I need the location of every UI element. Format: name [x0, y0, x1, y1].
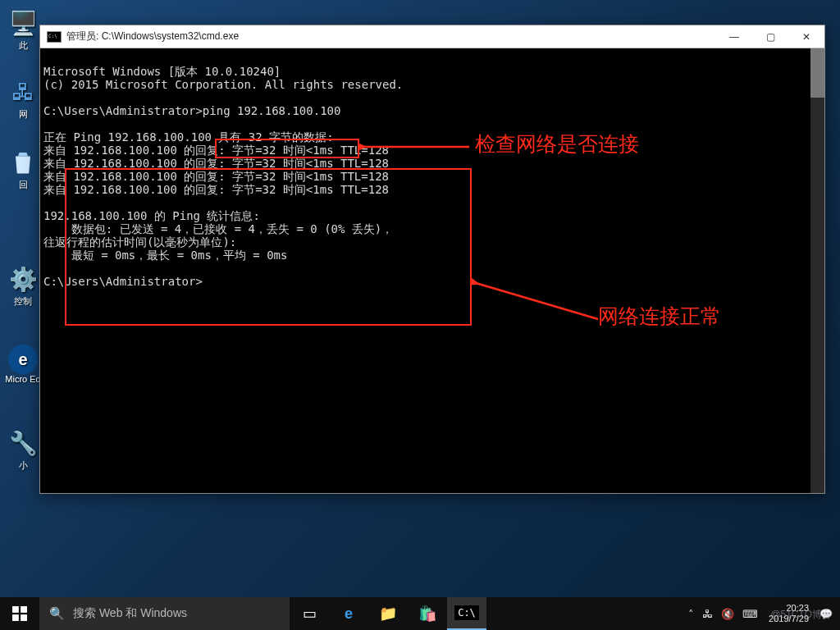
arrow-icon — [358, 139, 473, 155]
desktop-icon-network[interactable]: 🖧 网 — [5, 75, 41, 121]
desktop-icon-this-pc[interactable]: 🖥️ 此 — [5, 7, 41, 52]
terminal-line: (c) 2015 Microsoft Corporation. All righ… — [43, 78, 403, 91]
ime-icon: ⌨ — [742, 608, 758, 620]
terminal-line: Microsoft Windows [版本 10.0.10240] — [43, 65, 281, 78]
annotation-box-output — [65, 168, 472, 326]
svg-line-1 — [476, 283, 598, 319]
cmd-client-area: Microsoft Windows [版本 10.0.10240] (c) 20… — [40, 48, 824, 493]
edge-icon: e — [8, 345, 38, 374]
terminal-output[interactable]: Microsoft Windows [版本 10.0.10240] (c) 20… — [40, 48, 810, 493]
network-icon: 🖧 — [7, 75, 39, 108]
desktop-icon-tool[interactable]: 🔧 小 — [5, 427, 41, 472]
volume-icon: 🔇 — [721, 608, 734, 620]
annotation-text-check: 检查网络是否连接 — [475, 137, 639, 150]
cmd-icon: C:\ — [454, 605, 479, 620]
taskbar: 🔍 搜索 Web 和 Windows ▭ e 📁 🛍️ C:\ ˄ 🖧 🔇 ⌨ … — [0, 597, 840, 630]
taskbar-edge[interactable]: e — [329, 597, 368, 630]
watermark: @51CTO博客 — [770, 608, 832, 622]
task-view-icon: ▭ — [303, 605, 317, 623]
edge-icon: e — [345, 605, 353, 623]
window-title: 管理员: C:\Windows\system32\cmd.exe — [66, 30, 716, 43]
taskbar-spacer — [486, 597, 684, 630]
search-box[interactable]: 🔍 搜索 Web 和 Windows — [39, 597, 290, 630]
scrollbar-thumb[interactable] — [810, 48, 824, 98]
task-view-button[interactable]: ▭ — [290, 597, 329, 630]
control-panel-icon: ⚙️ — [7, 262, 39, 295]
arrow-icon — [471, 278, 602, 323]
network-tray-icon: 🖧 — [702, 608, 713, 620]
maximize-button[interactable]: ▢ — [752, 25, 788, 48]
icon-label: 小 — [19, 459, 28, 472]
window-buttons: — ▢ ✕ — [716, 25, 824, 48]
svg-rect-4 — [12, 614, 19, 621]
desktop-icon-control-panel[interactable]: ⚙️ 控制 — [5, 262, 41, 308]
annotation-text-ok: 网络连接正常 — [598, 309, 721, 322]
start-button[interactable] — [0, 597, 39, 630]
taskbar-cmd[interactable]: C:\ — [447, 597, 486, 630]
tray-ime[interactable]: ⌨ — [738, 597, 762, 630]
cmd-icon — [47, 31, 62, 43]
svg-rect-5 — [21, 614, 27, 621]
title-bar[interactable]: 管理员: C:\Windows\system32\cmd.exe — ▢ ✕ — [40, 25, 824, 48]
search-placeholder: 搜索 Web 和 Windows — [73, 606, 187, 621]
tool-icon: 🔧 — [7, 427, 39, 459]
computer-icon: 🖥️ — [7, 7, 39, 39]
icon-label: 此 — [19, 39, 28, 52]
svg-rect-2 — [12, 606, 19, 613]
annotation-box-command — [215, 139, 359, 158]
tray-chevron-up[interactable]: ˄ — [684, 597, 698, 630]
taskbar-pinned: ▭ e 📁 🛍️ C:\ — [290, 597, 486, 630]
store-icon: 🛍️ — [418, 605, 436, 623]
taskbar-explorer[interactable]: 📁 — [368, 597, 408, 630]
folder-icon: 📁 — [379, 605, 397, 623]
scrollbar[interactable] — [810, 48, 824, 493]
tray-volume[interactable]: 🔇 — [717, 597, 738, 630]
windows-logo-icon — [12, 606, 27, 621]
icon-label: 控制 — [14, 295, 32, 308]
cmd-window: 管理员: C:\Windows\system32\cmd.exe — ▢ ✕ M… — [39, 25, 825, 494]
tray-network[interactable]: 🖧 — [698, 597, 717, 630]
icon-label: 回 — [19, 179, 28, 191]
svg-rect-3 — [21, 606, 27, 613]
close-button[interactable]: ✕ — [788, 25, 824, 48]
terminal-prompt: C:\Users\Administrator>ping 192.168.100.… — [43, 104, 340, 117]
icon-label: Micro Ed — [5, 374, 40, 384]
recycle-bin-icon — [7, 146, 39, 179]
taskbar-store[interactable]: 🛍️ — [408, 597, 447, 630]
search-icon: 🔍 — [49, 606, 65, 621]
desktop-icon-edge[interactable]: e Micro Ed — [5, 345, 41, 384]
chevron-up-icon: ˄ — [688, 608, 694, 620]
icon-label: 网 — [19, 108, 28, 121]
desktop-icon-recycle-bin[interactable]: 回 — [5, 146, 41, 191]
minimize-button[interactable]: — — [716, 25, 752, 48]
